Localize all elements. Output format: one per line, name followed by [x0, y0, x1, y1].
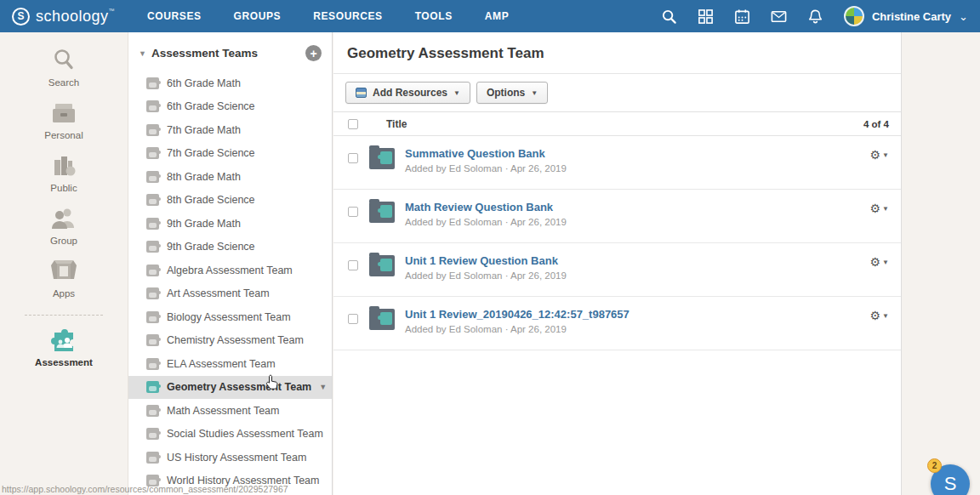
assessment-teams-panel: ▼ Assessment Teams + 6th Grade Math 6th … [128, 32, 333, 495]
rail-item-apps[interactable]: Apps [0, 259, 128, 311]
select-all-checkbox[interactable] [348, 119, 358, 129]
team-item[interactable]: 9th Grade Science [128, 236, 332, 259]
navbar-right-cluster: Christine Carty ⌄ [661, 6, 968, 26]
calendar-icon[interactable] [734, 9, 750, 25]
main-title-bar: Geometry Assessment Team [333, 32, 901, 74]
options-label: Options [487, 87, 525, 99]
team-label: Biology Assessment Team [167, 311, 291, 323]
team-label: 6th Grade Science [167, 100, 255, 112]
puzzle-piece-icon [380, 312, 392, 325]
row-gear-menu[interactable]: ⚙▼ [870, 310, 889, 350]
nav-courses[interactable]: COURSES [147, 10, 202, 22]
nav-tools[interactable]: TOOLS [415, 10, 453, 22]
top-navbar: S schoology™ COURSES GROUPS RESOURCES TO… [0, 0, 980, 32]
search-icon[interactable] [661, 9, 677, 25]
teams-panel-title: Assessment Teams [151, 47, 258, 60]
question-bank-folder-icon [369, 148, 395, 169]
file-drawer-icon [49, 100, 78, 126]
team-puzzle-icon [146, 452, 159, 464]
row-checkbox[interactable] [348, 314, 358, 324]
team-puzzle-icon [146, 218, 159, 230]
options-button[interactable]: Options ▼ [476, 82, 548, 104]
nav-groups[interactable]: GROUPS [234, 10, 282, 22]
resource-meta: Added by Ed Soloman · Apr 26, 2019 [405, 163, 567, 174]
title-column-header[interactable]: Title [386, 118, 407, 130]
rail-item-personal[interactable]: Personal [0, 100, 128, 153]
team-item[interactable]: 7th Grade Science [128, 142, 332, 166]
chat-widget-button[interactable]: S 2 [931, 464, 970, 495]
bell-icon[interactable] [807, 9, 823, 25]
resource-meta: Added by Ed Soloman · Apr 26, 2019 [405, 270, 567, 281]
schoology-logo[interactable]: S schoology™ [12, 8, 115, 26]
team-item[interactable]: 8th Grade Science [128, 189, 332, 213]
team-item[interactable]: Art Assessment Team [128, 282, 332, 306]
team-label: Social Studies Assessment Team [167, 428, 323, 440]
question-bank-folder-icon [369, 202, 395, 223]
caret-down-icon: ▼ [882, 312, 889, 320]
rail-item-public[interactable]: Public [0, 153, 128, 206]
resource-link[interactable]: Math Review Question Bank [405, 201, 567, 213]
rail-item-group[interactable]: Group [0, 206, 128, 259]
team-label: Algebra Assessment Team [167, 265, 293, 276]
puzzle-piece-icon [380, 259, 392, 271]
main-content-panel: Geometry Assessment Team Add Resources ▼… [333, 32, 902, 495]
row-gear-menu[interactable]: ⚙▼ [870, 202, 889, 242]
resource-link[interactable]: Unit 1 Review Question Bank [405, 254, 567, 267]
row-gear-menu[interactable]: ⚙▼ [870, 149, 889, 189]
team-item[interactable]: Math Assessment Team [128, 399, 332, 423]
team-item-selected[interactable]: Geometry Assessment Team▼ [128, 376, 332, 400]
team-puzzle-icon [146, 334, 159, 346]
resource-link[interactable]: Summative Question Bank [405, 147, 567, 160]
collapse-caret-icon[interactable]: ▼ [139, 49, 146, 58]
resources-left-rail: Search Personal Public Group Apps Assess… [0, 32, 128, 495]
team-label: 8th Grade Math [167, 171, 241, 183]
team-item[interactable]: 8th Grade Math [128, 165, 332, 189]
row-checkbox[interactable] [348, 207, 358, 217]
team-item[interactable]: Social Studies Assessment Team [128, 423, 332, 447]
row-checkbox[interactable] [348, 260, 358, 270]
team-puzzle-icon [146, 100, 159, 112]
gear-icon: ⚙ [870, 202, 881, 214]
team-item[interactable]: Chemistry Assessment Team [128, 329, 332, 353]
resource-box-icon [356, 88, 367, 98]
question-bank-folder-icon [369, 309, 395, 330]
rail-item-search[interactable]: Search [0, 48, 128, 100]
team-puzzle-icon [146, 311, 159, 323]
team-item[interactable]: US History Assessment Team [128, 446, 332, 469]
caret-down-icon: ▼ [882, 151, 889, 159]
team-item[interactable]: 6th Grade Science [128, 95, 332, 119]
team-item[interactable]: Biology Assessment Team [128, 305, 332, 329]
add-team-button[interactable]: + [305, 45, 322, 61]
nav-resources[interactable]: RESOURCES [313, 10, 382, 22]
search-icon [52, 48, 76, 73]
team-label: Art Assessment Team [167, 287, 270, 299]
teams-panel-header: ▼ Assessment Teams + [128, 32, 332, 70]
user-menu[interactable]: Christine Carty ⌄ [844, 6, 968, 26]
row-gear-menu[interactable]: ⚙▼ [870, 256, 889, 296]
brand-name: schoology™ [36, 8, 115, 26]
team-item[interactable]: 6th Grade Math [128, 71, 332, 95]
puzzle-piece-icon [380, 205, 392, 218]
rail-label: Apps [53, 288, 75, 299]
row-text: Math Review Question Bank Added by Ed So… [405, 201, 567, 242]
chat-s-logo: S [944, 473, 957, 495]
question-bank-folder-icon [369, 255, 395, 276]
row-checkbox[interactable] [348, 153, 358, 163]
team-item[interactable]: Algebra Assessment Team [128, 259, 332, 282]
mail-icon[interactable] [771, 9, 787, 25]
app-grid-icon[interactable] [698, 9, 714, 25]
add-resources-button[interactable]: Add Resources ▼ [345, 82, 470, 104]
resource-link[interactable]: Unit 1 Review_20190426_12:42:57_t987657 [405, 308, 630, 321]
add-resources-label: Add Resources [373, 87, 447, 99]
nav-amp[interactable]: AMP [485, 10, 509, 22]
team-dropdown-caret-icon[interactable]: ▼ [319, 383, 327, 391]
team-item[interactable]: ELA Assessment Team [128, 352, 332, 376]
rail-item-assessment[interactable]: Assessment [0, 326, 128, 378]
gear-icon: ⚙ [870, 256, 881, 268]
team-item[interactable]: 9th Grade Math [128, 212, 332, 236]
team-puzzle-icon [146, 405, 159, 417]
team-item[interactable]: 7th Grade Math [128, 118, 332, 142]
status-bar-url: https://app.schoology.com/resources/comm… [2, 484, 288, 494]
team-puzzle-icon [146, 77, 159, 89]
row-text: Unit 1 Review Question Bank Added by Ed … [405, 254, 567, 296]
